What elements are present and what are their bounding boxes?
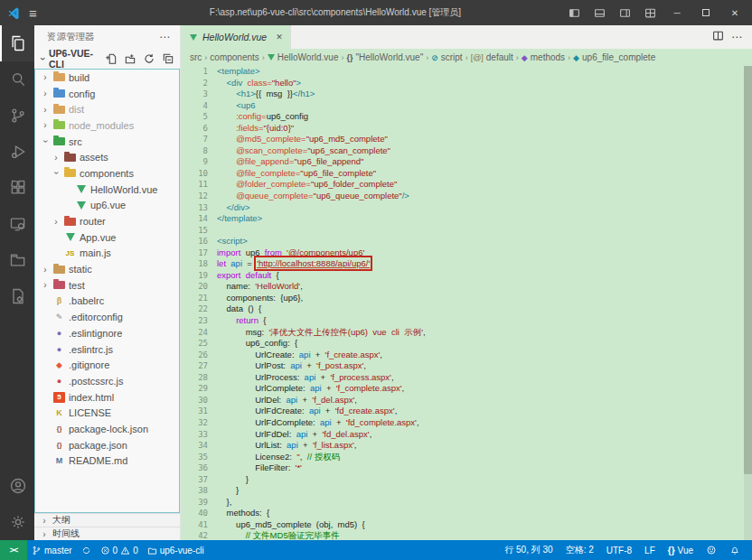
toggle-secondary-sidebar-icon[interactable]: [613, 2, 636, 23]
tree-item-dist[interactable]: ›dist: [35, 101, 179, 117]
code-line[interactable]: 12 @queue_complete="up6_queue_complete"/…: [181, 191, 752, 202]
language-mode[interactable]: {} Vue: [662, 540, 700, 560]
tree-item-node_modules[interactable]: ›node_modules: [35, 117, 179, 134]
tree-item-index.html[interactable]: 5index.html: [35, 389, 179, 406]
code-line[interactable]: 33 UrlFdDel: api + 'fd_del.aspx',: [181, 429, 752, 441]
maximize-button[interactable]: [692, 1, 719, 24]
remote-explorer-icon[interactable]: [0, 206, 34, 242]
tree-item-.eslintrc.js[interactable]: ●.eslintrc.js: [35, 341, 179, 358]
code-line[interactable]: 20 name: 'HelloWorld',: [181, 281, 752, 293]
indentation-status[interactable]: 空格: 2: [559, 540, 600, 560]
breadcrumb-item[interactable]: ⊘script: [431, 52, 462, 62]
code-line[interactable]: 37 }: [181, 474, 752, 486]
breadcrumb-item[interactable]: HelloWorld.vue: [268, 52, 339, 62]
code-line[interactable]: 14</template>: [181, 213, 752, 225]
folder-explorer-icon[interactable]: [0, 242, 34, 278]
code-line[interactable]: 11 @folder_complete="up6_folder_complete…: [181, 179, 752, 191]
tree-item-HelloWorld.vue[interactable]: HelloWorld.vue: [35, 182, 179, 198]
code-line[interactable]: 23 return {: [181, 315, 752, 327]
tree-item-.postcssrc.js[interactable]: ●.postcssrc.js: [35, 373, 179, 389]
code-line[interactable]: 16<script>: [181, 236, 752, 247]
code-line[interactable]: 34 UrlList: api + 'f_list.aspx',: [181, 440, 752, 452]
code-line[interactable]: 38 }: [181, 485, 752, 497]
code-line[interactable]: 15: [181, 225, 752, 237]
tree-item-test[interactable]: ›test: [35, 277, 179, 294]
git-branch-status[interactable]: master: [27, 540, 77, 560]
collapse-all-icon[interactable]: [160, 51, 176, 67]
code-line[interactable]: 10 @file_complete="up6_file_complete": [181, 168, 752, 180]
code-line[interactable]: 22 data () {: [181, 303, 752, 315]
breadcrumb-item[interactable]: {}"HelloWorld.vue": [346, 52, 423, 62]
tree-item-assets[interactable]: ›assets: [35, 149, 179, 165]
problems-status[interactable]: 0 0: [96, 540, 143, 560]
panel-header-时间线[interactable]: ›时间线: [34, 527, 180, 540]
tree-item-.babelrc[interactable]: β.babelrc: [35, 294, 179, 310]
scrollbar-thumb[interactable]: [744, 66, 752, 474]
toggle-sidebar-icon[interactable]: [562, 2, 586, 23]
tree-item-build[interactable]: ›build: [35, 70, 179, 86]
code-line[interactable]: 31 UrlFdCreate: api + 'fd_create.aspx',: [181, 406, 752, 417]
explorer-more-actions-icon[interactable]: ⋯: [159, 31, 171, 43]
cursor-position[interactable]: 行 50, 列 30: [498, 540, 559, 560]
tree-item-package.json[interactable]: {}package.json: [35, 437, 179, 453]
code-line[interactable]: 26 UrlCreate: api + 'f_create.aspx',: [181, 350, 752, 361]
extensions-icon[interactable]: [0, 170, 34, 206]
code-line[interactable]: 13 </div>: [181, 202, 752, 214]
tree-item-LICENSE[interactable]: KLICENSE: [35, 405, 179, 421]
refresh-icon[interactable]: [141, 51, 157, 67]
code-line[interactable]: 17import up6 from '@/components/up6': [181, 247, 752, 259]
code-line[interactable]: 35 License2: '', // 授权码: [181, 452, 752, 463]
account-icon[interactable]: [0, 468, 34, 504]
sync-status[interactable]: [77, 540, 96, 560]
breadcrumb-item[interactable]: ◆up6_file_complete: [573, 52, 655, 62]
new-folder-icon[interactable]: [122, 51, 138, 67]
encoding-status[interactable]: UTF-8: [600, 540, 638, 560]
tree-item-.gitignore[interactable]: ◆.gitignore: [35, 357, 179, 373]
run-debug-icon[interactable]: [0, 134, 34, 170]
editor-scrollbar[interactable]: [744, 66, 752, 540]
tree-item-App.vue[interactable]: App.vue: [35, 229, 179, 246]
tree-item-components[interactable]: ›components: [35, 165, 179, 182]
code-line[interactable]: 3 <h1>{{ msg }}</h1>: [181, 89, 752, 100]
eol-status[interactable]: LF: [638, 540, 662, 560]
tree-item-main.js[interactable]: JSmain.js: [35, 246, 179, 262]
code-line[interactable]: 29 UrlComplete: api + 'f_complete.aspx',: [181, 383, 752, 395]
code-line[interactable]: 19export default {: [181, 270, 752, 282]
breadcrumb-item[interactable]: components: [210, 52, 258, 62]
editor-more-actions-icon[interactable]: ⋯: [731, 31, 743, 43]
tree-item-.editorconfig[interactable]: ✎.editorconfig: [35, 309, 179, 325]
search-icon[interactable]: [0, 61, 34, 98]
toggle-panel-icon[interactable]: [588, 2, 611, 23]
close-button[interactable]: ✕: [721, 1, 748, 24]
code-line[interactable]: 21 components: {up6},: [181, 293, 752, 304]
code-line[interactable]: 41 up6_md5_complete (obj, md5) {: [181, 519, 752, 531]
code-line[interactable]: 30 UrlDel: api + 'f_del.aspx',: [181, 395, 752, 406]
notifications-bell-icon[interactable]: [723, 540, 747, 560]
tree-item-router[interactable]: ›router: [35, 213, 179, 229]
tree-item-package-lock.json[interactable]: {}package-lock.json: [35, 421, 179, 437]
minimize-button[interactable]: ─: [663, 1, 691, 24]
code-line[interactable]: 7 @md5_complete="up6_md5_complete": [181, 134, 752, 145]
remote-indicator[interactable]: ><: [0, 540, 27, 560]
tree-item-src[interactable]: ›src: [35, 134, 179, 150]
code-line[interactable]: 9 @file_append="up6_file_append": [181, 156, 752, 168]
code-line[interactable]: 28 UrlProcess: api + 'f_process.aspx',: [181, 372, 752, 384]
tree-item-.eslintignore[interactable]: ●.eslintignore: [35, 325, 179, 341]
settings-gear-icon[interactable]: [0, 504, 34, 540]
breadcrumb-item[interactable]: ◆methods: [522, 52, 565, 62]
code-line[interactable]: 25 up6_config: {: [181, 338, 752, 350]
code-line[interactable]: 32 UrlFdComplete: api + 'fd_complete.asp…: [181, 417, 752, 429]
code-line[interactable]: 2 <div class="hello">: [181, 78, 752, 89]
source-control-icon[interactable]: [0, 98, 34, 134]
new-file-icon[interactable]: [103, 51, 119, 67]
project-status[interactable]: up6-vue-cli: [143, 540, 209, 560]
code-line[interactable]: 42 // 文件MD5验证完毕事件: [181, 530, 752, 540]
workspace-section-header[interactable]: › UP6-VUE-CLI: [34, 49, 180, 69]
panel-header-大纲[interactable]: ›大纲: [34, 513, 180, 527]
code-line[interactable]: 1<template>: [181, 66, 752, 78]
code-line[interactable]: 5 :config=up6_config: [181, 111, 752, 123]
project-settings-icon[interactable]: [0, 278, 34, 314]
tree-item-up6.vue[interactable]: up6.vue: [35, 198, 179, 214]
tree-item-static[interactable]: ›static: [35, 261, 179, 277]
code-line[interactable]: 6 :fields="{uid:0}": [181, 123, 752, 135]
